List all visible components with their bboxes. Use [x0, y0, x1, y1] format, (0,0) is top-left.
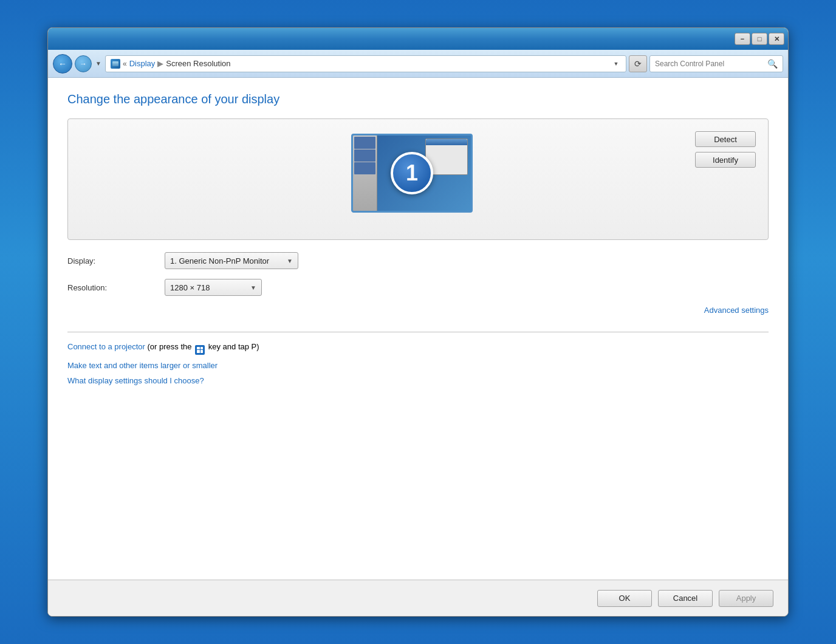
text-size-link[interactable]: Make text and other items larger or smal… [67, 361, 769, 370]
breadcrumb-current: Screen Resolution [166, 59, 230, 68]
projector-suffix: (or press the [148, 342, 194, 351]
monitor-screen: 1 [351, 134, 473, 213]
title-bar: − □ ✕ [48, 28, 788, 50]
resolution-row: Resolution: 1280 × 718 ▼ [67, 279, 769, 296]
apply-button[interactable]: Apply [719, 590, 773, 607]
projector-end: key and tap P) [208, 342, 259, 351]
page-title: Change the appearance of your display [67, 92, 769, 106]
wk-sq-3 [197, 350, 200, 353]
breadcrumb-sep: ▶ [157, 59, 163, 68]
wk-sq-4 [200, 350, 204, 353]
search-bar: 🔍 [649, 55, 783, 72]
search-input[interactable] [655, 60, 764, 68]
advanced-settings-link[interactable]: Advanced settings [67, 306, 769, 315]
resolution-dropdown-icon: ▼ [250, 284, 256, 291]
cancel-button[interactable]: Cancel [658, 590, 713, 607]
projector-link-row: Connect to a projector (or press the key… [67, 342, 769, 355]
refresh-button[interactable]: ⟳ [629, 55, 647, 72]
ok-button[interactable]: OK [597, 590, 652, 607]
window-controls: − □ ✕ [735, 33, 784, 45]
button-bar: OK Cancel Apply [48, 580, 788, 616]
breadcrumb-label-back[interactable]: « [123, 60, 127, 68]
display-settings-link[interactable]: What display settings should I choose? [67, 376, 769, 385]
maximize-button[interactable]: □ [752, 33, 767, 45]
breadcrumb-display[interactable]: Display [129, 59, 156, 68]
back-button[interactable]: ← [53, 54, 72, 74]
search-icon: 🔍 [767, 59, 778, 69]
close-button[interactable]: ✕ [769, 33, 784, 45]
nav-dropdown-icon[interactable]: ▼ [94, 55, 103, 72]
detect-button[interactable]: Detect [695, 131, 756, 147]
windows-key-icon [195, 345, 205, 355]
display-label: Display: [67, 256, 165, 265]
breadcrumb-display-icon [111, 59, 120, 69]
navigation-bar: ← → ▼ « Display ▶ Screen Resolution ▼ ⟳ … [48, 50, 788, 78]
display-row: Display: 1. Generic Non-PnP Monitor ▼ [67, 252, 769, 269]
projector-link[interactable]: Connect to a projector [67, 342, 145, 351]
monitor-icon: 1 [351, 134, 485, 225]
mini-sidebar [353, 135, 377, 211]
mini-item-2 [354, 149, 375, 162]
divider [67, 332, 769, 332]
display-select[interactable]: 1. Generic Non-PnP Monitor ▼ [165, 252, 298, 269]
minimize-button[interactable]: − [735, 33, 750, 45]
resolution-select[interactable]: 1280 × 718 ▼ [165, 279, 262, 296]
breadcrumb-bar: « Display ▶ Screen Resolution ▼ [105, 55, 626, 72]
forward-button[interactable]: → [75, 55, 92, 72]
display-dropdown-icon: ▼ [287, 258, 293, 264]
mini-item-1 [354, 137, 375, 149]
mini-item-3 [354, 162, 375, 174]
detect-identify-group: Detect Identify [695, 131, 756, 168]
help-links: Connect to a projector (or press the key… [67, 342, 769, 385]
windows-key-inner [197, 347, 203, 353]
monitor-display-area: 1 Detect Identify [67, 118, 769, 240]
identify-button[interactable]: Identify [695, 152, 756, 168]
content-area: Change the appearance of your display [48, 78, 788, 580]
breadcrumb-dropdown-icon[interactable]: ▼ [611, 55, 621, 72]
resolution-select-value: 1280 × 718 [170, 283, 210, 292]
wk-sq-2 [200, 347, 204, 350]
monitor-number-badge: 1 [391, 152, 433, 194]
wk-sq-1 [197, 347, 200, 350]
resolution-label: Resolution: [67, 283, 165, 292]
mini-window-title-bar [426, 139, 467, 145]
display-select-value: 1. Generic Non-PnP Monitor [170, 256, 269, 265]
